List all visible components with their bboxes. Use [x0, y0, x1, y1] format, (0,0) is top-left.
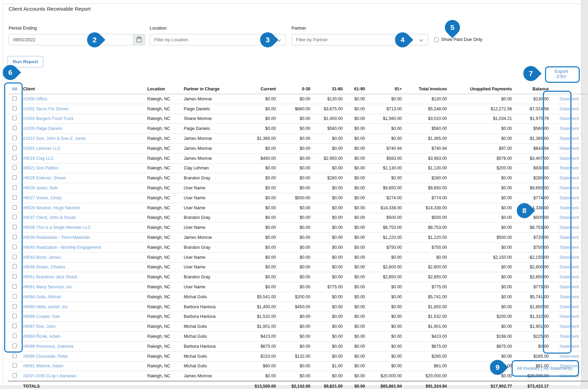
client-link[interactable]: #9019 Clay LLC [23, 156, 54, 161]
row-checkbox[interactable] [12, 156, 17, 160]
statement-link[interactable]: Statement [559, 166, 579, 170]
client-link[interactable]: #ZAP-1006 CLay's bananas [23, 374, 76, 378]
statement-link[interactable]: Statement [559, 324, 579, 329]
export-csv-button[interactable]: Export CSV [547, 68, 575, 79]
row-checkbox[interactable] [12, 225, 17, 229]
statement-link[interactable]: Statement [559, 235, 579, 240]
client-link[interactable]: #9025 Estevez, Sheen [23, 176, 66, 180]
row-checkbox[interactable] [12, 284, 17, 289]
row-checkbox[interactable] [12, 324, 17, 328]
statement-link[interactable]: Statement [559, 294, 579, 299]
row-checkbox[interactable] [12, 126, 17, 130]
row-checkbox[interactable] [12, 373, 17, 378]
row-amount-0-30: $0.00 [276, 233, 311, 243]
row-checkbox[interactable] [12, 334, 17, 338]
client-link[interactable]: #1001 Tacos For Dinner [23, 107, 68, 111]
row-checkbox[interactable] [12, 195, 17, 200]
row-checkbox-cell [8, 193, 21, 203]
statement-link[interactable]: Statement [559, 314, 579, 319]
client-link[interactable]: #1010 Doe, John & Doe-Z, Janet [23, 136, 85, 141]
statement-link[interactable]: Statement [559, 225, 579, 230]
statement-link[interactable]: Statement [559, 304, 579, 309]
all-statements-link[interactable]: All Statements [544, 366, 573, 371]
row-checkbox[interactable] [12, 175, 17, 180]
statement-link[interactable]: Statement [559, 354, 579, 359]
statement-link[interactable]: Statement [559, 215, 579, 220]
statement-link[interactable]: Statement [559, 156, 579, 161]
statement-link[interactable]: Statement [559, 265, 579, 269]
row-amount-unapplied_payments: $0.00 [447, 193, 512, 203]
client-link[interactable]: #9086 Cooper, Dan [23, 314, 60, 319]
row-checkbox[interactable] [12, 274, 17, 279]
row-amount-total_invoices: $3,010.00 [402, 114, 447, 124]
select-all-header[interactable]: All [8, 84, 21, 94]
client-link[interactable]: #9026 Jones, Bob [23, 186, 57, 190]
row-checkbox[interactable] [12, 205, 17, 210]
statement-link[interactable]: Statement [559, 285, 579, 289]
statement-link[interactable]: Statement [559, 344, 579, 349]
period-ending-input[interactable] [9, 34, 133, 45]
statement-link[interactable]: Statement [559, 107, 579, 111]
row-checkbox[interactable] [12, 215, 17, 219]
statement-link[interactable]: Statement [559, 275, 579, 279]
client-link[interactable]: #9040 Realization - Monthly Engagement [23, 245, 101, 250]
row-checkbox[interactable] [12, 96, 17, 101]
client-link[interactable]: #9039 Realization - Time+Materials [23, 235, 90, 240]
statement-link[interactable]: Statement [559, 126, 579, 131]
partner-select[interactable]: Filter by Partner [291, 34, 428, 45]
client-link[interactable]: #9081 Many Services, Inc. [23, 285, 73, 289]
row-checkbox[interactable] [12, 354, 17, 358]
client-link[interactable]: #9051 Brandons Jack Shack [23, 275, 77, 279]
client-link[interactable]: #9046 Brown, Charles [23, 265, 65, 269]
statement-link[interactable]: Statement [559, 334, 579, 339]
row-checkbox[interactable] [12, 165, 17, 170]
client-link[interactable]: #1000 Office [23, 97, 47, 101]
row-checkbox[interactable] [12, 235, 17, 239]
statement-link[interactable]: Statement [559, 255, 579, 260]
row-checkbox[interactable] [12, 264, 17, 269]
statement-link[interactable]: Statement [559, 186, 579, 190]
row-checkbox[interactable] [12, 146, 17, 150]
client-link[interactable]: #9084 Golis, Michal [23, 294, 61, 299]
client-link[interactable]: #9021 Don Pablos [23, 166, 58, 170]
row-checkbox[interactable] [12, 245, 17, 249]
statement-link[interactable]: Statement [559, 196, 579, 200]
statement-link[interactable]: Statement [559, 176, 579, 180]
client-link[interactable]: #9091 Melone, Adam [23, 364, 63, 368]
row-checkbox[interactable] [12, 106, 17, 111]
statement-link[interactable]: Statement [559, 136, 579, 141]
client-link[interactable]: #9038 This is a Single Member LLC [23, 225, 91, 230]
location-select[interactable]: Filter by Location [150, 34, 286, 45]
row-checkbox[interactable] [12, 185, 17, 190]
client-link[interactable]: #9028 Neutron, Hugh Neutron [23, 205, 80, 210]
client-link[interactable]: #9087 Doe, John [23, 324, 55, 329]
client-link[interactable]: #9088 Řízek, Adam [23, 334, 60, 339]
row-checkbox[interactable] [12, 294, 17, 299]
row-checkbox[interactable] [12, 255, 17, 259]
row-checkbox[interactable] [12, 116, 17, 120]
statement-link[interactable]: Statement [559, 146, 579, 151]
show-past-due-checkbox[interactable] [434, 37, 439, 42]
client-link[interactable]: #9027 Vortex, Cindy [23, 196, 62, 200]
client-link[interactable]: #1002 Burgers Food Truck [23, 116, 74, 121]
row-amount-balance: $774.00 [512, 193, 549, 203]
statement-link[interactable]: Statement [559, 97, 579, 101]
statement-link[interactable]: Statement [559, 245, 579, 250]
client-link[interactable]: #2001 Lehman LLC [23, 146, 61, 151]
client-link[interactable]: #1005 Paige Daniels [23, 126, 62, 131]
client-link[interactable]: #9090 Chocolate, Peter [23, 354, 68, 359]
client-link[interactable]: #9037 Client, John & Susan [23, 215, 76, 220]
row-checkbox[interactable] [12, 314, 17, 318]
statement-link[interactable]: Statement [559, 116, 579, 121]
statement-link[interactable]: Statement [559, 205, 579, 210]
all-invoices-link[interactable]: All Invoices [517, 366, 540, 371]
run-report-button[interactable]: Run Report [8, 56, 43, 67]
row-checkbox[interactable] [12, 136, 17, 140]
calendar-button[interactable] [133, 34, 145, 45]
client-link[interactable]: #9085 Hello, world!, Inc [23, 304, 68, 309]
row-checkbox[interactable] [12, 344, 17, 348]
client-link[interactable]: #9089 Preissova, Gabriela [23, 344, 73, 349]
row-checkbox[interactable] [12, 304, 17, 309]
client-link[interactable]: #9043 Bond, James [23, 255, 61, 260]
row-checkbox[interactable] [12, 363, 17, 368]
